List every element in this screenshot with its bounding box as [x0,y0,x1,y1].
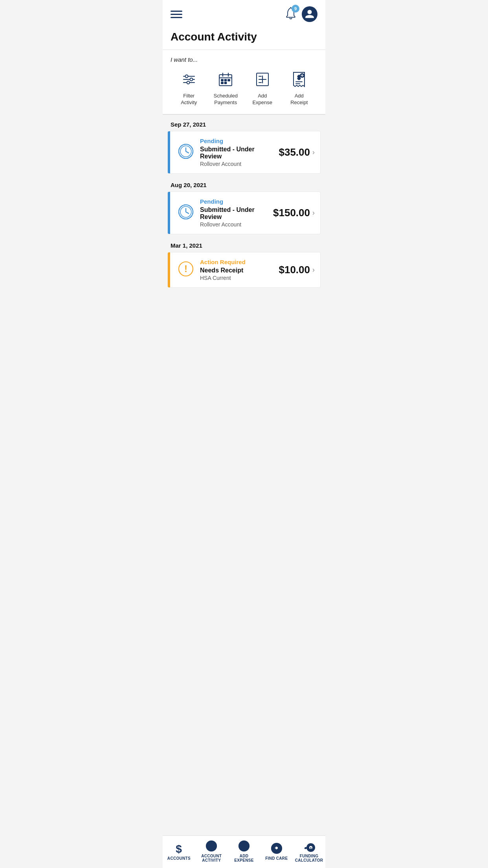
card-status-mar1: Action Required [200,259,275,265]
add-expense-icon [252,69,273,90]
card-subtitle-mar1: HSA Current [200,275,275,281]
date-label-aug20: Aug 20, 2021 [163,175,325,191]
activity-card-mar1[interactable]: ! Action Required Needs Receipt HSA Curr… [167,252,321,288]
svg-text:$: $ [176,843,182,854]
card-amount-aug20: $150.00 [273,207,310,219]
pending-icon-aug20 [177,203,194,222]
card-amount-mar1: $10.00 [279,264,310,276]
svg-text:!: ! [184,263,187,274]
date-label-sep27: Sep 27, 2021 [163,115,325,131]
add-expense-nav-label: ADD EXPENSE [234,854,253,862]
action-required-icon-mar1: ! [177,260,194,279]
card-left-bar-blue-aug20 [168,192,170,234]
card-content-mar1: Action Required Needs Receipt HSA Curren… [200,259,275,281]
svg-rect-11 [221,79,223,81]
svg-rect-14 [221,82,223,84]
card-left-bar-blue [168,131,170,173]
quick-actions-section: I want to... FilterActivity [163,50,325,115]
quick-actions-label: I want to... [171,56,317,63]
nav-funding-calculator[interactable]: $ FUNDING CALCULATOR [293,840,325,862]
scheduled-payments-button[interactable]: ScheduledPayments [207,69,244,106]
notification-badge: 9 [292,5,299,13]
activity-card-aug20[interactable]: Pending Submitted - Under Review Rollove… [167,191,321,234]
activity-card-sep27[interactable]: Pending Submitted - Under Review Rollove… [167,131,321,174]
nav-accounts[interactable]: $ ACCOUNTS [163,842,195,861]
chevron-right-icon-sep27: › [312,148,315,156]
hamburger-menu-button[interactable] [171,11,182,18]
svg-rect-15 [225,82,227,84]
add-receipt-icon: $ [289,69,309,90]
svg-point-4 [185,75,188,78]
account-activity-icon [205,840,218,852]
filter-icon [179,69,199,90]
nav-add-expense[interactable]: ADD EXPENSE [228,840,261,862]
header: 9 [163,0,325,26]
card-content-aug20: Pending Submitted - Under Review Rollove… [200,198,270,228]
account-activity-nav-label: ACCOUNT ACTIVITY [201,854,222,862]
scheduled-payments-label: ScheduledPayments [214,93,238,106]
find-care-icon [270,842,283,855]
card-title-sep27: Submitted - Under Review [200,146,275,160]
user-icon [305,9,315,19]
chevron-right-icon-mar1: › [312,266,315,274]
calendar-icon [215,69,236,90]
header-right: 9 [284,6,317,22]
accounts-nav-label: ACCOUNTS [167,856,191,861]
nav-account-activity[interactable]: ACCOUNT ACTIVITY [195,840,228,862]
card-subtitle-aug20: Rollover Account [200,221,270,228]
chevron-right-icon-aug20: › [312,209,315,217]
card-amount-area-sep27: $35.00 › [279,146,315,158]
card-amount-area-aug20: $150.00 › [273,207,315,219]
quick-actions-grid: FilterActivity ScheduledPayments [171,69,317,106]
user-avatar-button[interactable] [302,6,317,22]
card-amount-area-mar1: $10.00 › [279,264,315,276]
add-expense-button[interactable]: AddExpense [244,69,281,106]
svg-text:$: $ [310,846,312,850]
activity-section: Sep 27, 2021 Pending Submitted - Under R… [163,115,325,329]
accounts-icon: $ [172,842,185,855]
page-title: Account Activity [171,31,317,43]
funding-calculator-nav-label: FUNDING CALCULATOR [295,854,323,862]
filter-activity-button[interactable]: FilterActivity [171,69,207,106]
add-expense-label: AddExpense [252,93,272,106]
nav-find-care[interactable]: FIND CARE [260,842,293,861]
card-title-mar1: Needs Receipt [200,267,275,274]
svg-rect-12 [225,79,227,81]
bottom-nav: $ ACCOUNTS ACCOUNT ACTIVITY ADD EXPENSE [163,835,325,868]
pending-icon-sep27 [177,143,194,162]
filter-activity-label: FilterActivity [181,93,197,106]
date-label-mar1: Mar 1, 2021 [163,236,325,252]
notifications-button[interactable]: 9 [284,7,297,21]
svg-point-5 [190,78,193,81]
find-care-nav-label: FIND CARE [265,856,288,861]
card-status-sep27: Pending [200,138,275,144]
card-content-sep27: Pending Submitted - Under Review Rollove… [200,138,275,167]
card-status-aug20: Pending [200,198,270,205]
add-expense-nav-icon [238,840,250,852]
add-receipt-button[interactable]: $ AddReceipt [281,69,318,106]
svg-rect-13 [228,79,230,81]
card-title-aug20: Submitted - Under Review [200,206,270,221]
card-amount-sep27: $35.00 [279,146,310,158]
svg-point-6 [187,81,189,84]
funding-calculator-icon: $ [303,840,316,852]
card-left-bar-orange-mar1 [168,252,170,287]
add-receipt-label: AddReceipt [290,93,308,106]
page-title-section: Account Activity [163,26,325,50]
card-subtitle-sep27: Rollover Account [200,161,275,167]
